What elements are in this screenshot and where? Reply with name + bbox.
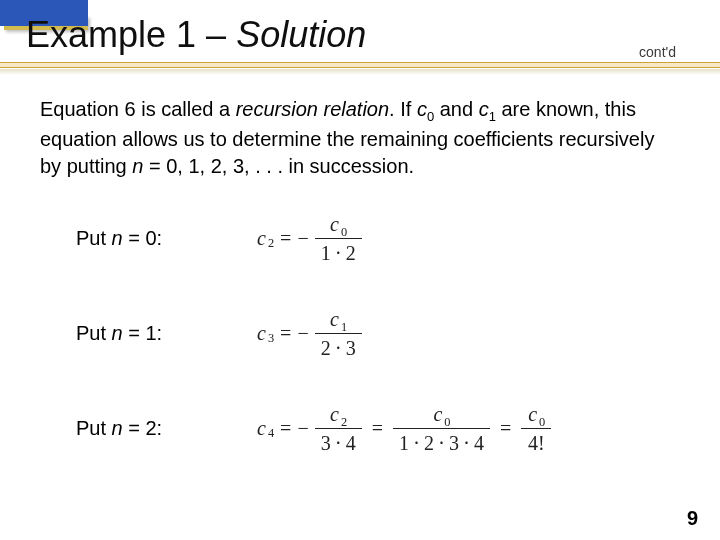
- equation: c4 = − c2 3 · 4 = c0 1 · 2 · 3 · 4 =: [256, 402, 555, 455]
- var-c: c: [257, 227, 266, 250]
- fraction-bar: [393, 428, 490, 429]
- para-text: . If: [389, 98, 417, 120]
- label-text: = 1:: [123, 322, 162, 344]
- intro-paragraph: Equation 6 is called a recursion relatio…: [40, 96, 660, 180]
- para-text: = 0, 1, 2, 3, . . . in succession.: [143, 155, 414, 177]
- slide-body: Equation 6 is called a recursion relatio…: [40, 96, 680, 497]
- equation: c3 = − c1 2 · 3: [256, 307, 366, 360]
- fraction-bar: [315, 238, 362, 239]
- row-label: Put n = 1:: [40, 322, 256, 345]
- minus-sign: −: [297, 417, 308, 440]
- var-c: c: [330, 213, 339, 235]
- label-text: Put: [76, 227, 112, 249]
- subscript: 2: [341, 415, 347, 429]
- var-c: c: [257, 322, 266, 345]
- equation-row: Put n = 0: c2 = − c0 1 · 2: [40, 212, 680, 265]
- var-c: c: [330, 308, 339, 330]
- page-number: 9: [687, 507, 698, 530]
- fraction-denominator: 1 · 2 · 3 · 4: [393, 431, 490, 455]
- title-divider: [0, 62, 720, 68]
- var-n: n: [112, 417, 123, 439]
- equals-sign: =: [372, 417, 383, 440]
- equation-row: Put n = 1: c3 = − c1 2 · 3: [40, 307, 680, 360]
- fraction-numerator: c1: [323, 307, 353, 331]
- fraction-bar: [315, 333, 362, 334]
- title-dash: –: [206, 14, 236, 55]
- equation-row: Put n = 2: c4 = − c2 3 · 4 = c0 1 ·: [40, 402, 680, 455]
- equals-sign: =: [280, 322, 291, 345]
- label-text: Put: [76, 417, 112, 439]
- var-c: c: [433, 403, 442, 425]
- para-text: and: [434, 98, 478, 120]
- para-text: Equation 6 is called a: [40, 98, 236, 120]
- minus-sign: −: [297, 322, 308, 345]
- fraction-denominator: 1 · 2: [315, 241, 362, 265]
- var-c: c: [417, 98, 427, 120]
- subscript: 4: [268, 426, 274, 441]
- sub-1: 1: [489, 109, 496, 124]
- fraction: c1 2 · 3: [315, 307, 362, 360]
- var-n: n: [112, 227, 123, 249]
- var-n: n: [112, 322, 123, 344]
- subscript: 3: [268, 331, 274, 346]
- subscript: 0: [341, 225, 347, 239]
- var-c: c: [257, 417, 266, 440]
- slide-title: Example 1 – Solution: [26, 14, 366, 56]
- fraction-bar: [521, 428, 551, 429]
- label-text: = 2:: [123, 417, 162, 439]
- fraction-numerator: c0: [426, 402, 456, 426]
- fraction-numerator: c0: [323, 212, 353, 236]
- subscript: 1: [341, 320, 347, 334]
- label-text: = 0:: [123, 227, 162, 249]
- subscript: 0: [539, 415, 545, 429]
- fraction: c0 4!: [521, 402, 551, 455]
- fraction-denominator: 3 · 4: [315, 431, 362, 455]
- fraction-denominator: 2 · 3: [315, 336, 362, 360]
- var-n: n: [132, 155, 143, 177]
- equation: c2 = − c0 1 · 2: [256, 212, 366, 265]
- title-divider-shadow: [0, 69, 720, 75]
- fraction: c2 3 · 4: [315, 402, 362, 455]
- fraction-numerator: c0: [521, 402, 551, 426]
- fraction-numerator: c2: [323, 402, 353, 426]
- row-label: Put n = 0:: [40, 227, 256, 250]
- equation-rows: Put n = 0: c2 = − c0 1 · 2 Put n = 1:: [40, 212, 680, 455]
- equals-sign: =: [500, 417, 511, 440]
- row-label: Put n = 2:: [40, 417, 256, 440]
- minus-sign: −: [297, 227, 308, 250]
- slide: Example 1 – Solution cont'd Equation 6 i…: [0, 0, 720, 540]
- fraction-bar: [315, 428, 362, 429]
- title-subtitle: Solution: [236, 14, 366, 55]
- var-c: c: [479, 98, 489, 120]
- title-text: Example 1: [26, 14, 206, 55]
- subscript: 0: [444, 415, 450, 429]
- subscript: 2: [268, 236, 274, 251]
- fraction-denominator: 4!: [522, 431, 551, 455]
- continued-label: cont'd: [639, 44, 676, 60]
- equals-sign: =: [280, 417, 291, 440]
- fraction: c0 1 · 2 · 3 · 4: [393, 402, 490, 455]
- label-text: Put: [76, 322, 112, 344]
- fraction: c0 1 · 2: [315, 212, 362, 265]
- term-recursion-relation: recursion relation: [236, 98, 389, 120]
- var-c: c: [330, 403, 339, 425]
- equals-sign: =: [280, 227, 291, 250]
- var-c: c: [528, 403, 537, 425]
